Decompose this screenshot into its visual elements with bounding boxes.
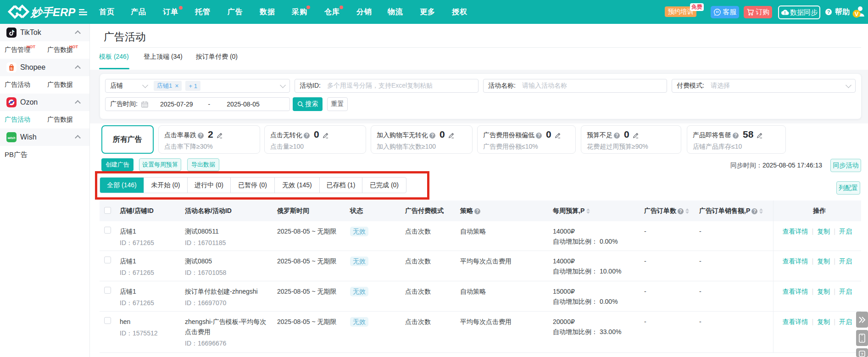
svg-text:V: V <box>855 11 859 17</box>
svg-text:?: ? <box>861 352 863 357</box>
svg-text:S: S <box>10 67 13 71</box>
svg-text:wish: wish <box>8 136 16 140</box>
